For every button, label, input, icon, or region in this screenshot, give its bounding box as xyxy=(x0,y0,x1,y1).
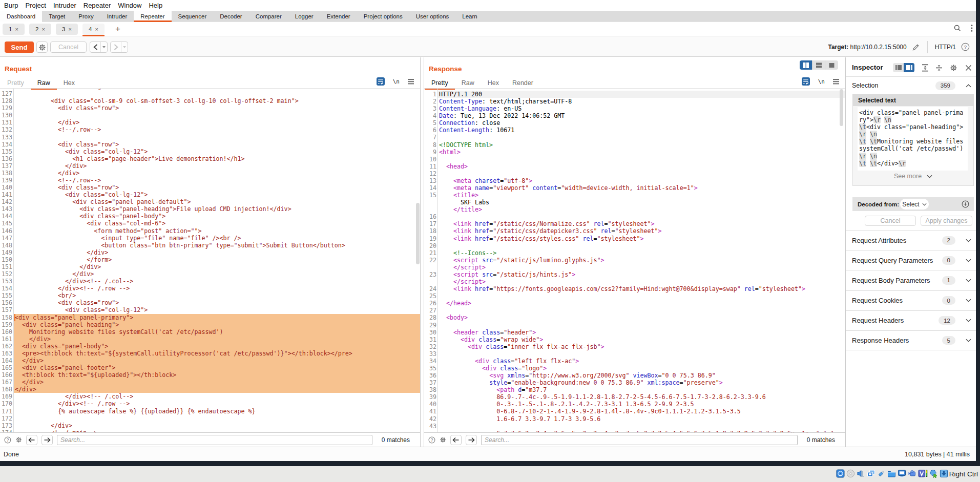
request-code-line[interactable]: </div> xyxy=(15,162,420,170)
chevron-up-icon[interactable] xyxy=(966,84,971,88)
response-code-line[interactable]: <body> xyxy=(439,314,845,321)
add-decoder-icon[interactable] xyxy=(962,200,969,208)
response-editor[interactable]: 123456789101112131415 16171819202122 23 … xyxy=(424,88,845,432)
inspector-dock-toggle[interactable] xyxy=(893,63,914,72)
response-code-line[interactable]: <div class="inner flx flx-ac flx-jsb"> xyxy=(439,343,845,350)
response-code-line[interactable]: <script src="/static/js/hints.js"> xyxy=(439,271,845,278)
search-prev-button[interactable] xyxy=(26,435,37,445)
response-code-line[interactable]: <link href="/static/css/datepicker3.css"… xyxy=(439,227,845,235)
request-code-line[interactable]: <h1 class="page-header">Live demonstrati… xyxy=(15,155,420,162)
collapse-all-icon[interactable] xyxy=(936,64,942,72)
search-next-button[interactable] xyxy=(466,435,477,445)
menu-repeater[interactable]: Repeater xyxy=(84,2,111,9)
view-tab-pretty[interactable]: Pretty xyxy=(425,78,455,88)
expand-all-icon[interactable] xyxy=(922,64,928,72)
close-tab-icon[interactable]: × xyxy=(68,26,71,32)
dock-right-icon[interactable] xyxy=(904,63,914,72)
tab-logger[interactable]: Logger xyxy=(288,11,320,22)
request-code-line[interactable]: <div class="panel-body"> xyxy=(14,343,420,350)
request-code-line[interactable]: <div class="panel panel-primary"> xyxy=(14,314,420,321)
response-code-line[interactable]: Date: Tue, 13 Dec 2022 14:06:52 GMT xyxy=(439,112,845,119)
new-tab-button[interactable]: + xyxy=(115,24,120,34)
menu-burp[interactable]: Burp xyxy=(4,2,18,9)
request-code-line[interactable]: {% autoescape false %} {{uploaded}} {% e… xyxy=(15,408,420,415)
response-code-line[interactable]: Content-Language: en-US xyxy=(439,105,845,112)
inspector-cancel-button[interactable]: Cancel xyxy=(865,216,916,226)
response-code-line[interactable] xyxy=(439,242,845,249)
response-code-line[interactable]: Content-Type: text/html;charset=UTF-8 xyxy=(439,98,845,105)
response-code-line[interactable]: <div class="wrap wide"> xyxy=(439,336,845,343)
response-code[interactable]: HTTP/1.1 200Content-Type: text/html;char… xyxy=(438,89,845,432)
request-code-line[interactable]: <div class="panel-heading">File upload C… xyxy=(15,205,420,213)
request-code-line[interactable] xyxy=(15,112,420,119)
response-code-line[interactable] xyxy=(439,322,845,329)
tab-learn[interactable]: Learn xyxy=(455,11,484,22)
response-code-line[interactable]: 0-6.8-.7-10-2-1-.4-1.9-.9-2.8-1.4l-.8-.4… xyxy=(439,408,845,415)
response-menu-icon[interactable] xyxy=(833,79,839,85)
repeater-tab-3[interactable]: 3× xyxy=(56,24,78,35)
response-code-line[interactable]: <div class="left flx flx-ac"> xyxy=(439,358,845,365)
request-code[interactable]: g <div class="col-sm-9 col-sm-offset-3 c… xyxy=(14,89,420,432)
request-code-line[interactable]: <pre><th:block th:text="${systemCall.uti… xyxy=(14,350,420,357)
response-code-line[interactable] xyxy=(439,307,845,314)
tab-decoder[interactable]: Decoder xyxy=(213,11,248,22)
repeater-tab-4[interactable]: 4× xyxy=(82,24,105,35)
search-prev-button[interactable] xyxy=(450,435,462,445)
inspector-section-request-cookies[interactable]: Request Cookies0 xyxy=(846,290,976,310)
inspector-settings-icon[interactable] xyxy=(950,64,957,72)
request-code-line[interactable]: Monitoring website files systemCall('cat… xyxy=(14,328,420,336)
linebreak-toggle[interactable]: \n xyxy=(393,78,400,85)
search-help-icon[interactable]: ? xyxy=(428,436,435,444)
request-code-line[interactable]: </form> xyxy=(15,256,420,263)
apply-changes-button[interactable]: Apply changes xyxy=(921,216,972,226)
response-code-line[interactable]: <meta name="viewport" content="width=dev… xyxy=(439,184,845,192)
response-code-line[interactable]: </script> xyxy=(439,278,845,285)
see-more-button[interactable]: See more xyxy=(853,173,973,180)
request-code-line[interactable]: <!--/.row--> xyxy=(15,126,420,133)
tab-proxy[interactable]: Proxy xyxy=(72,11,100,22)
forward-button[interactable] xyxy=(110,41,128,53)
response-scrollbar[interactable] xyxy=(840,89,843,126)
send-settings-button[interactable] xyxy=(36,41,48,53)
response-code-line[interactable]: 0-.3-.1-.5-.1-.8-.2.1-.4.2-.7.3-3.1 1.3-… xyxy=(439,401,845,408)
cancel-button[interactable]: Cancel xyxy=(50,41,87,53)
search-settings-icon[interactable] xyxy=(15,436,22,443)
response-code-line[interactable]: <header class="header"> xyxy=(439,329,845,336)
search-settings-icon[interactable] xyxy=(440,436,446,443)
request-code-line[interactable]: <div class="row"> xyxy=(15,141,420,148)
request-code-line[interactable]: <!--/.row--> xyxy=(15,177,420,184)
close-tab-icon[interactable]: × xyxy=(95,26,98,32)
response-code-line[interactable]: Connection: close xyxy=(439,119,845,127)
request-code-line[interactable]: </div> xyxy=(15,170,420,177)
linebreak-toggle[interactable]: \n xyxy=(818,78,825,85)
request-code-line[interactable]: </div> xyxy=(15,422,420,429)
response-code-line[interactable] xyxy=(439,156,845,163)
request-code-line[interactable]: </div> xyxy=(15,119,420,126)
menu-project[interactable]: Project xyxy=(25,2,46,9)
response-code-line[interactable]: SKF Labs xyxy=(439,199,845,206)
response-code-line[interactable]: <!--Icons--> xyxy=(439,249,845,257)
request-code-line[interactable]: <th:block th:text="${uploaded}"></th:blo… xyxy=(14,371,420,379)
tab-extender[interactable]: Extender xyxy=(320,11,357,22)
response-code-line[interactable]: <meta charset="utf-8"> xyxy=(439,177,845,184)
response-code-line[interactable]: <div class="logo"> xyxy=(439,365,845,372)
back-arrow-icon[interactable] xyxy=(90,42,100,52)
inspector-section-request-headers[interactable]: Request Headers12 xyxy=(846,310,976,330)
selection-section-header[interactable]: Selection 359 xyxy=(846,77,976,94)
menu-window[interactable]: Window xyxy=(118,2,141,9)
request-code-line[interactable]: <div class="row"> xyxy=(15,299,420,306)
request-code-line[interactable]: <form method="post" action=""> xyxy=(15,227,420,235)
search-help-icon[interactable]: ? xyxy=(4,436,11,444)
response-code-line[interactable] xyxy=(439,213,845,220)
response-code-line[interactable]: <head> xyxy=(439,163,845,170)
decoded-from-select[interactable]: Select xyxy=(900,199,929,209)
request-code-line[interactable] xyxy=(15,90,420,97)
request-code-line[interactable]: <div class="col-lg-12"> xyxy=(15,148,420,155)
edit-target-icon[interactable] xyxy=(912,43,920,51)
request-code-line[interactable] xyxy=(15,415,420,422)
request-code-line[interactable]: <div class="row"> xyxy=(15,104,420,112)
search-icon[interactable] xyxy=(953,24,962,32)
tab-target[interactable]: Target xyxy=(42,11,72,22)
request-code-line[interactable]: <div class="panel-body"> xyxy=(15,213,420,220)
view-tab-hex[interactable]: Hex xyxy=(57,78,81,88)
